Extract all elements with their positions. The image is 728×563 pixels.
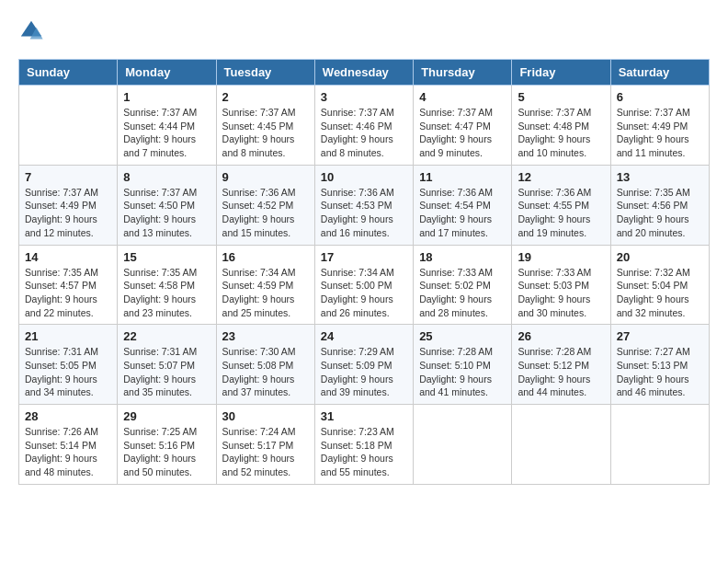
- day-number: 27: [617, 329, 703, 343]
- calendar-cell: 12Sunrise: 7:36 AM Sunset: 4:55 PM Dayli…: [512, 165, 610, 245]
- calendar-table: SundayMondayTuesdayWednesdayThursdayFrid…: [18, 59, 710, 485]
- calendar-week-row: 21Sunrise: 7:31 AM Sunset: 5:05 PM Dayli…: [19, 325, 710, 405]
- day-info: Sunrise: 7:30 AM Sunset: 5:08 PM Dayligh…: [222, 345, 309, 399]
- day-info: Sunrise: 7:37 AM Sunset: 4:49 PM Dayligh…: [25, 186, 111, 240]
- calendar-cell: 17Sunrise: 7:34 AM Sunset: 5:00 PM Dayli…: [314, 245, 413, 325]
- weekday-header-sunday: Sunday: [19, 60, 118, 86]
- calendar-cell: 21Sunrise: 7:31 AM Sunset: 5:05 PM Dayli…: [19, 325, 118, 405]
- calendar-week-row: 7Sunrise: 7:37 AM Sunset: 4:49 PM Daylig…: [19, 165, 710, 245]
- calendar-cell: 19Sunrise: 7:33 AM Sunset: 5:03 PM Dayli…: [512, 245, 610, 325]
- calendar-cell: 6Sunrise: 7:37 AM Sunset: 4:49 PM Daylig…: [610, 86, 709, 166]
- calendar-cell: 30Sunrise: 7:24 AM Sunset: 5:17 PM Dayli…: [216, 405, 314, 485]
- calendar-cell: 23Sunrise: 7:30 AM Sunset: 5:08 PM Dayli…: [216, 325, 314, 405]
- calendar-cell: 22Sunrise: 7:31 AM Sunset: 5:07 PM Dayli…: [118, 325, 216, 405]
- day-info: Sunrise: 7:37 AM Sunset: 4:44 PM Dayligh…: [123, 106, 210, 160]
- day-number: 12: [518, 170, 604, 184]
- calendar-cell: [610, 405, 709, 485]
- calendar-cell: 9Sunrise: 7:36 AM Sunset: 4:52 PM Daylig…: [216, 165, 314, 245]
- day-number: 29: [123, 409, 210, 423]
- day-number: 28: [25, 409, 111, 423]
- day-number: 11: [419, 170, 506, 184]
- logo: [18, 18, 46, 44]
- day-info: Sunrise: 7:37 AM Sunset: 4:48 PM Dayligh…: [518, 106, 604, 160]
- day-info: Sunrise: 7:37 AM Sunset: 4:45 PM Dayligh…: [222, 106, 309, 160]
- calendar-cell: 14Sunrise: 7:35 AM Sunset: 4:57 PM Dayli…: [19, 245, 118, 325]
- day-info: Sunrise: 7:24 AM Sunset: 5:17 PM Dayligh…: [222, 425, 309, 479]
- day-number: 22: [123, 329, 210, 343]
- day-number: 23: [222, 329, 309, 343]
- day-info: Sunrise: 7:28 AM Sunset: 5:10 PM Dayligh…: [419, 345, 506, 399]
- day-info: Sunrise: 7:36 AM Sunset: 4:53 PM Dayligh…: [321, 186, 407, 240]
- logo-icon: [18, 18, 44, 44]
- day-number: 15: [123, 250, 210, 264]
- weekday-header-monday: Monday: [118, 60, 216, 86]
- day-info: Sunrise: 7:37 AM Sunset: 4:46 PM Dayligh…: [321, 106, 407, 160]
- day-info: Sunrise: 7:34 AM Sunset: 5:00 PM Dayligh…: [321, 266, 407, 320]
- calendar-cell: 24Sunrise: 7:29 AM Sunset: 5:09 PM Dayli…: [314, 325, 413, 405]
- weekday-header-wednesday: Wednesday: [314, 60, 413, 86]
- day-info: Sunrise: 7:26 AM Sunset: 5:14 PM Dayligh…: [25, 425, 111, 479]
- day-number: 8: [123, 170, 210, 184]
- calendar-cell: 2Sunrise: 7:37 AM Sunset: 4:45 PM Daylig…: [216, 86, 314, 166]
- day-info: Sunrise: 7:35 AM Sunset: 4:58 PM Dayligh…: [123, 266, 210, 320]
- calendar-cell: 20Sunrise: 7:32 AM Sunset: 5:04 PM Dayli…: [610, 245, 709, 325]
- day-info: Sunrise: 7:31 AM Sunset: 5:05 PM Dayligh…: [25, 345, 111, 399]
- day-number: 20: [617, 250, 703, 264]
- calendar-cell: 10Sunrise: 7:36 AM Sunset: 4:53 PM Dayli…: [314, 165, 413, 245]
- day-number: 16: [222, 250, 309, 264]
- day-number: 3: [321, 90, 407, 104]
- day-info: Sunrise: 7:29 AM Sunset: 5:09 PM Dayligh…: [321, 345, 407, 399]
- day-number: 18: [419, 250, 506, 264]
- day-info: Sunrise: 7:37 AM Sunset: 4:47 PM Dayligh…: [419, 106, 506, 160]
- day-number: 9: [222, 170, 309, 184]
- day-info: Sunrise: 7:36 AM Sunset: 4:52 PM Dayligh…: [222, 186, 309, 240]
- day-number: 21: [25, 329, 111, 343]
- day-number: 5: [518, 90, 604, 104]
- calendar-cell: 29Sunrise: 7:25 AM Sunset: 5:16 PM Dayli…: [118, 405, 216, 485]
- calendar-cell: 15Sunrise: 7:35 AM Sunset: 4:58 PM Dayli…: [118, 245, 216, 325]
- day-info: Sunrise: 7:35 AM Sunset: 4:56 PM Dayligh…: [617, 186, 703, 240]
- calendar-cell: [414, 405, 512, 485]
- weekday-header-friday: Friday: [512, 60, 610, 86]
- weekday-header-saturday: Saturday: [610, 60, 709, 86]
- day-info: Sunrise: 7:32 AM Sunset: 5:04 PM Dayligh…: [617, 266, 703, 320]
- weekday-header-thursday: Thursday: [414, 60, 512, 86]
- calendar-cell: 7Sunrise: 7:37 AM Sunset: 4:49 PM Daylig…: [19, 165, 118, 245]
- day-number: 2: [222, 90, 309, 104]
- day-info: Sunrise: 7:25 AM Sunset: 5:16 PM Dayligh…: [123, 425, 210, 479]
- calendar-header-row: SundayMondayTuesdayWednesdayThursdayFrid…: [19, 60, 710, 86]
- calendar-cell: 26Sunrise: 7:28 AM Sunset: 5:12 PM Dayli…: [512, 325, 610, 405]
- calendar-cell: [512, 405, 610, 485]
- day-info: Sunrise: 7:34 AM Sunset: 4:59 PM Dayligh…: [222, 266, 309, 320]
- calendar-cell: 3Sunrise: 7:37 AM Sunset: 4:46 PM Daylig…: [314, 86, 413, 166]
- calendar-cell: 16Sunrise: 7:34 AM Sunset: 4:59 PM Dayli…: [216, 245, 314, 325]
- day-info: Sunrise: 7:23 AM Sunset: 5:18 PM Dayligh…: [321, 425, 407, 479]
- day-info: Sunrise: 7:37 AM Sunset: 4:50 PM Dayligh…: [123, 186, 210, 240]
- calendar-cell: 18Sunrise: 7:33 AM Sunset: 5:02 PM Dayli…: [414, 245, 512, 325]
- day-info: Sunrise: 7:28 AM Sunset: 5:12 PM Dayligh…: [518, 345, 604, 399]
- calendar-cell: 13Sunrise: 7:35 AM Sunset: 4:56 PM Dayli…: [610, 165, 709, 245]
- day-number: 4: [419, 90, 506, 104]
- day-info: Sunrise: 7:31 AM Sunset: 5:07 PM Dayligh…: [123, 345, 210, 399]
- calendar-cell: 4Sunrise: 7:37 AM Sunset: 4:47 PM Daylig…: [414, 86, 512, 166]
- day-info: Sunrise: 7:35 AM Sunset: 4:57 PM Dayligh…: [25, 266, 111, 320]
- day-number: 10: [321, 170, 407, 184]
- calendar-cell: [19, 86, 118, 166]
- day-info: Sunrise: 7:33 AM Sunset: 5:02 PM Dayligh…: [419, 266, 506, 320]
- calendar-cell: 11Sunrise: 7:36 AM Sunset: 4:54 PM Dayli…: [414, 165, 512, 245]
- day-info: Sunrise: 7:36 AM Sunset: 4:54 PM Dayligh…: [419, 186, 506, 240]
- day-info: Sunrise: 7:27 AM Sunset: 5:13 PM Dayligh…: [617, 345, 703, 399]
- day-number: 14: [25, 250, 111, 264]
- day-number: 19: [518, 250, 604, 264]
- calendar-cell: 31Sunrise: 7:23 AM Sunset: 5:18 PM Dayli…: [314, 405, 413, 485]
- day-number: 13: [617, 170, 703, 184]
- day-info: Sunrise: 7:37 AM Sunset: 4:49 PM Dayligh…: [617, 106, 703, 160]
- page-header: [18, 18, 710, 44]
- calendar-cell: 28Sunrise: 7:26 AM Sunset: 5:14 PM Dayli…: [19, 405, 118, 485]
- day-number: 26: [518, 329, 604, 343]
- calendar-cell: 8Sunrise: 7:37 AM Sunset: 4:50 PM Daylig…: [118, 165, 216, 245]
- calendar-week-row: 14Sunrise: 7:35 AM Sunset: 4:57 PM Dayli…: [19, 245, 710, 325]
- day-number: 6: [617, 90, 703, 104]
- day-number: 25: [419, 329, 506, 343]
- day-number: 24: [321, 329, 407, 343]
